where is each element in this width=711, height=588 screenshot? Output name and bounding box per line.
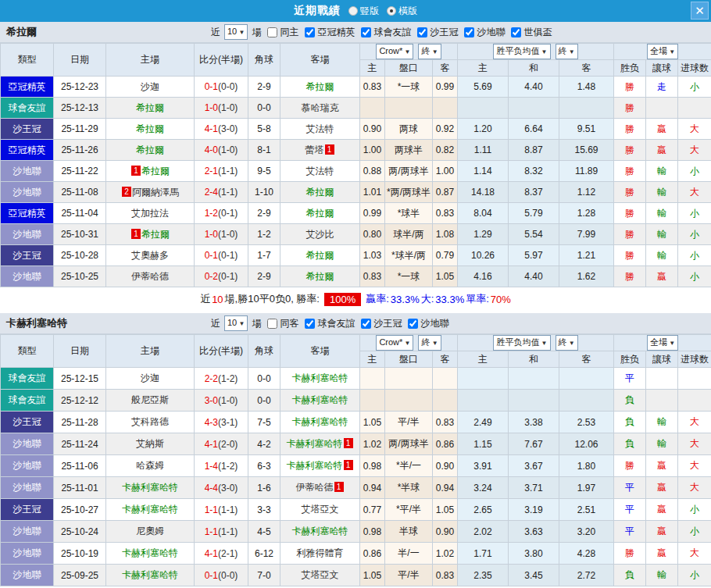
match-date: 25-11-04 (54, 203, 106, 224)
avg-odds-select[interactable]: 胜平负均值 ▼ (493, 44, 550, 59)
final-odds-select[interactable]: 終 ▼ (418, 335, 441, 351)
full-time-score: 1-1 (205, 504, 218, 515)
home-team: 艾科路德 (106, 412, 195, 433)
handicap-line: 两球 (385, 119, 433, 140)
handicap-line: 半球 (385, 521, 433, 543)
col-goals-result: 进球数 (678, 60, 711, 77)
avg-draw: 3.80 (509, 543, 559, 565)
col-handicap-line: 盤口 (385, 60, 433, 77)
league-checkbox[interactable] (417, 27, 427, 37)
bookmaker-select[interactable]: Crow* ▼ (376, 44, 413, 59)
radio-selected-icon[interactable] (387, 6, 396, 16)
league-type-badge: 球會友誼 (1, 368, 54, 390)
away-team: 希拉爾 (280, 245, 360, 266)
match-date: 25-11-08 (54, 182, 106, 203)
home-team: 沙迦 (106, 77, 195, 98)
match-row: 沙王冠25-10-27卡赫利塞哈特1-1(1-1)3-3艾塔亞文0.77*平/半… (1, 499, 711, 521)
avg-away: 2.51 (559, 499, 614, 521)
avg-draw: 4.40 (509, 77, 559, 98)
full-match-select[interactable]: 全場 ▼ (647, 335, 678, 351)
handicap-result-cell: 走 (646, 77, 678, 98)
away-team-name: 卡赫利塞哈特 (287, 438, 343, 449)
bookmaker-select[interactable]: Crow* ▼ (376, 335, 413, 351)
filters-bar: 近10 ▼場同客球會友誼沙王冠沙地聯 (211, 315, 448, 331)
matches-table: 類型日期主場比分(半場)角球客場Crow* ▼終 ▼胜平负均值 ▼終 ▼全場 ▼… (0, 334, 711, 586)
final-avg-select[interactable]: 終 ▼ (556, 44, 578, 59)
win-odds-rate-value: 33.3% (391, 294, 420, 305)
away-team-name: 慕哈瑞克 (302, 102, 339, 113)
league-checkbox[interactable] (305, 27, 315, 37)
final-avg-select[interactable]: 終 ▼ (556, 335, 578, 351)
odds-home: 1.02 (360, 433, 385, 455)
league-checkbox[interactable] (361, 27, 371, 37)
match-row: 沙地聯25-10-24尼奧姆1-1(1-1)4-5卡赫利塞哈特0.98半球0.9… (1, 521, 711, 543)
goals-result-cell: 小 (678, 224, 711, 245)
away-team-name: 卡赫利塞哈特 (292, 526, 348, 536)
full-time-score: 0-1 (205, 250, 218, 261)
col-corners: 角球 (248, 335, 280, 368)
avg-draw: 3.71 (509, 477, 559, 499)
away-team-name: 艾沙比 (306, 229, 334, 240)
avg-odds-select[interactable]: 胜平负均值 ▼ (493, 335, 550, 351)
near-count-select[interactable]: 10 ▼ (224, 24, 248, 40)
away-team: 艾沙比 (280, 224, 360, 245)
avg-away: 1.21 (559, 245, 614, 266)
avg-draw: 3.19 (509, 499, 559, 521)
avg-draw: 8.32 (509, 161, 559, 182)
odds-away: 0.90 (433, 521, 458, 543)
chevron-down-icon: ▼ (430, 48, 438, 55)
result-cell: 勝 (614, 140, 646, 161)
league-type-badge: 沙王冠 (1, 412, 54, 433)
col-avg-away: 客 (559, 351, 614, 368)
chevron-down-icon: ▼ (237, 320, 245, 327)
away-team: 希拉爾 (280, 203, 360, 224)
goals-result-cell: 大 (678, 412, 711, 433)
home-team: 1希拉爾 (106, 224, 195, 245)
league-checkbox[interactable] (305, 319, 315, 329)
odds-home: 0.88 (360, 161, 385, 182)
half-time-score: (3-0) (218, 123, 238, 134)
home-team: 卡赫利塞哈特 (106, 565, 195, 586)
radio-unselected-icon[interactable] (348, 6, 358, 16)
league-checkbox-label: 球會友誼 (317, 317, 355, 330)
league-type-badge: 沙地聯 (1, 224, 54, 245)
avg-odds-select-value: 胜平负均值 (496, 46, 539, 55)
layout-horizontal-option[interactable]: 橫版 (387, 5, 417, 18)
avg-draw: 3.45 (509, 565, 559, 586)
odds-away: 1.05 (433, 266, 458, 287)
half-time-score: (1-0) (218, 395, 238, 406)
score-cell: 1-1(1-1) (195, 499, 248, 521)
final-odds-select[interactable]: 終 ▼ (418, 44, 441, 59)
full-match-select[interactable]: 全場 ▼ (647, 44, 678, 59)
home-team: 哈森姆 (106, 455, 195, 477)
goals-result-cell: 小 (678, 499, 711, 521)
odds-away: 0.83 (433, 565, 458, 586)
odds-home: 0.83 (360, 266, 385, 287)
league-checkbox[interactable] (511, 27, 521, 37)
same-venue-checkbox[interactable] (267, 27, 277, 37)
league-checkbox[interactable] (464, 27, 474, 37)
score-cell: 4-4(3-0) (195, 477, 248, 499)
avg-home: 2.02 (458, 521, 509, 543)
home-team-name: 希拉爾 (136, 123, 164, 134)
odds-home: 0.86 (360, 543, 385, 565)
handicap-line: 平/半 (385, 412, 433, 433)
col-handicap-line: 盤口 (385, 351, 433, 368)
close-icon[interactable]: ✕ (691, 2, 709, 20)
same-venue-checkbox[interactable] (267, 319, 277, 329)
league-checkbox[interactable] (408, 319, 418, 329)
layout-vertical-option[interactable]: 豎版 (348, 5, 379, 18)
avg-away: 11.89 (559, 161, 614, 182)
goals-result-cell: 小 (678, 161, 711, 182)
half-time-score: (1-0) (218, 144, 238, 155)
home-team-name: 哈森姆 (136, 460, 164, 471)
home-team-name: 伊蒂哈德 (131, 271, 169, 282)
avg-home: 2.49 (458, 412, 509, 433)
section-home-team: 希拉爾 近10 ▼場同主亞冠精英球會友誼沙王冠沙地聯世俱盃 類型日期主場比分(半… (0, 22, 711, 311)
near-count-select[interactable]: 10 ▼ (224, 315, 248, 331)
league-type-badge: 沙地聯 (1, 521, 54, 543)
away-team-name: 希拉爾 (306, 250, 334, 261)
away-team-name: 利雅得體育 (297, 547, 344, 558)
avg-draw: 7.67 (509, 433, 559, 455)
league-checkbox[interactable] (361, 319, 371, 329)
